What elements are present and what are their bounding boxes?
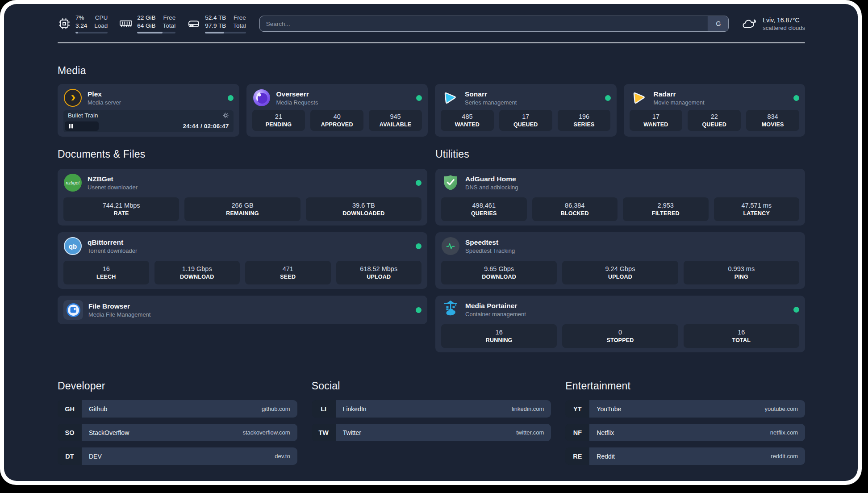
app-card-radarr[interactable]: Radarr Movie management 17WANTED 22QUEUE… [624, 84, 805, 137]
disk-free-value: 52.4 TB [205, 14, 226, 22]
cpu-progress-bar [75, 32, 108, 33]
link-youtube[interactable]: YT YouTubeyoutube.com [565, 400, 805, 418]
disk-icon [187, 17, 200, 30]
cpu-label: CPU [94, 14, 108, 22]
section-media: Media Plex Media server [58, 65, 805, 137]
playback-bar[interactable]: 24:44 / 02:06:47 [63, 120, 234, 132]
header-divider [58, 42, 805, 43]
stat-tile-pending: 21PENDING [252, 110, 305, 131]
app-name: NZBGet [88, 175, 138, 183]
link-abbr: NF [565, 424, 589, 441]
stat-tile-download: 9.65 GbpsDOWNLOAD [441, 261, 557, 284]
app-name: Media Portainer [465, 302, 526, 310]
app-desc: Usenet downloader [88, 184, 138, 191]
search-engine-button[interactable]: G [708, 16, 728, 31]
section-entertainment: Entertainment YT YouTubeyoutube.com NF N… [565, 380, 805, 471]
app-card-overseerr[interactable]: Overseerr Media Requests 21PENDING 40APP… [246, 84, 428, 137]
qbittorrent-icon: qb [63, 237, 82, 255]
app-name: qBittorrent [88, 238, 137, 246]
ram-total-value: 64 GiB [137, 22, 155, 30]
pause-icon[interactable] [69, 124, 73, 129]
section-title-social: Social [312, 380, 551, 392]
link-abbr: RE [565, 447, 589, 465]
stat-tile-queries: 498,461QUERIES [441, 197, 527, 221]
nzbget-icon: nzbget [63, 173, 82, 192]
status-dot [793, 95, 799, 101]
search-input[interactable] [260, 16, 708, 31]
section-social: Social LI LinkedInlinkedin.com TW Twitte… [312, 380, 551, 471]
now-playing-title: Bullet Train [68, 112, 98, 119]
app-card-portainer[interactable]: Media Portainer Container management 16R… [435, 296, 805, 352]
app-card-sonarr[interactable]: Sonarr Series management 485WANTED 17QUE… [435, 84, 617, 137]
ram-total-label: Total [163, 22, 176, 30]
cpu-usage-value: 7% [75, 14, 87, 22]
plex-icon [63, 88, 82, 107]
stat-tile-filtered: 2,953FILTERED [623, 197, 709, 221]
stat-tile-ping: 0.993 msPING [684, 261, 799, 284]
cpu-load-value: 3.24 [75, 22, 87, 30]
session-gear-icon[interactable] [222, 112, 229, 119]
weather-widget: Lviv, 16.87°C scattered clouds [741, 17, 805, 31]
link-stackoverflow[interactable]: SO StackOverflowstackoverflow.com [58, 424, 297, 441]
section-utilities: Utilities AdGuard Home [435, 148, 805, 352]
portainer-icon [441, 300, 460, 319]
playback-progress [65, 121, 99, 131]
link-linkedin[interactable]: LI LinkedInlinkedin.com [312, 400, 551, 418]
app-card-adguard[interactable]: AdGuard Home DNS and adblocking 498,461Q… [435, 169, 805, 226]
app-name: Overseerr [276, 90, 318, 98]
stat-tile-wanted: 485WANTED [441, 110, 494, 131]
section-title-entertainment: Entertainment [565, 380, 805, 392]
app-desc: Container management [465, 311, 526, 318]
link-dev[interactable]: DT DEVdev.to [58, 447, 297, 465]
weather-location: Lviv, 16.87°C [763, 17, 805, 24]
section-title-developer: Developer [58, 380, 297, 392]
search-bar: G [259, 16, 729, 32]
stat-tile-movies: 834MOVIES [746, 110, 799, 131]
ram-free-label: Free [163, 14, 176, 22]
stat-tile-blocked: 86,384BLOCKED [532, 197, 618, 221]
app-card-qbittorrent[interactable]: qb qBittorrent Torrent downloader 16LEEC… [58, 232, 427, 289]
app-desc: Media Requests [276, 99, 318, 106]
overseerr-icon [252, 88, 271, 107]
app-card-nzbget[interactable]: nzbget NZBGet Usenet downloader 744.21 M… [58, 169, 427, 226]
filebrowser-icon [63, 300, 83, 320]
app-desc: Series management [465, 99, 517, 106]
link-netflix[interactable]: NF Netflixnetflix.com [565, 424, 805, 441]
stat-tile-remaining: 266 GBREMAINING [184, 197, 300, 221]
stat-tile-total: 16TOTAL [684, 324, 799, 348]
app-name: Speedtest [465, 238, 515, 246]
link-abbr: DT [58, 447, 82, 465]
app-name: Plex [88, 90, 121, 98]
stat-tile-stopped: 0STOPPED [562, 324, 678, 348]
status-dot [793, 307, 799, 313]
link-twitter[interactable]: TW Twittertwitter.com [312, 424, 551, 441]
stat-tile-seed: 471SEED [245, 261, 331, 284]
app-name: Sonarr [465, 90, 517, 98]
app-desc: Movie management [654, 99, 705, 106]
app-card-plex[interactable]: Plex Media server Bullet Train [58, 84, 239, 137]
disk-stat: 52.4 TB 97.9 TB Free Total [187, 14, 246, 33]
stat-tile-queued: 22QUEUED [688, 110, 741, 131]
stat-tile-approved: 40APPROVED [310, 110, 363, 131]
disk-free-label: Free [233, 14, 246, 22]
stat-tile-available: 945AVAILABLE [369, 110, 422, 131]
app-card-speedtest[interactable]: Speedtest Speedtest Tracking 9.65 GbpsDO… [435, 232, 805, 289]
app-card-filebrowser[interactable]: File Browser Media File Management [58, 296, 427, 324]
radarr-icon [630, 88, 648, 107]
ram-free-value: 22 GiB [137, 14, 155, 22]
dashboard: 7% 3.24 CPU Load [4, 4, 858, 481]
cpu-stat: 7% 3.24 CPU Load [58, 14, 108, 33]
status-dot [416, 95, 422, 101]
link-reddit[interactable]: RE Redditreddit.com [565, 447, 805, 465]
section-title-media: Media [58, 65, 805, 77]
cpu-icon [58, 17, 71, 30]
app-desc: DNS and adblocking [465, 184, 518, 191]
section-title-utilities: Utilities [435, 148, 805, 160]
system-stats: 7% 3.24 CPU Load [58, 14, 246, 33]
app-desc: Media server [88, 99, 121, 106]
app-name: File Browser [88, 302, 150, 310]
stat-tile-series: 196SERIES [558, 110, 611, 131]
link-github[interactable]: GH Githubgithub.com [58, 400, 297, 418]
weather-condition: scattered clouds [763, 25, 805, 31]
link-abbr: TW [312, 424, 336, 441]
